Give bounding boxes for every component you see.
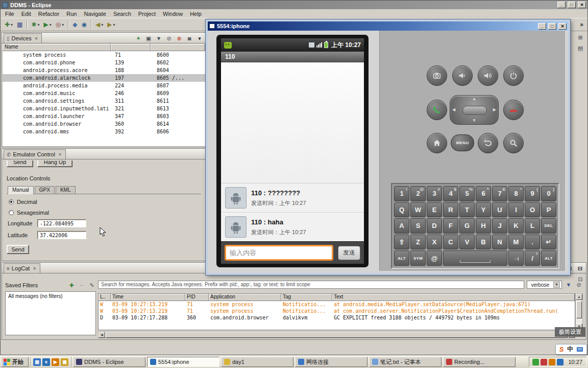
device-process-row-android-process-media[interactable]: android.process.media2248607: [3, 82, 205, 89]
key-p[interactable]: P: [541, 202, 556, 218]
restore-outline-view-icon[interactable]: ⊞: [576, 33, 584, 41]
search-icon[interactable]: ◉: [80, 19, 88, 30]
debug-process-icon[interactable]: ✶: [134, 34, 142, 42]
tab-logcat[interactable]: ≡ LogCat: [4, 263, 40, 273]
key-alt-right[interactable]: ALT: [541, 250, 556, 266]
vertical-scroll-thumb[interactable]: [576, 301, 582, 318]
logcat-row[interactable]: D03-09 10:27:17.288360com.android.browse…: [99, 314, 575, 321]
device-process-row-com-android-settings[interactable]: com.android.settings3118611: [3, 97, 205, 105]
device-process-row-com-android-inputmethod-lati[interactable]: com.android.inputmethod.lati3218613: [3, 105, 205, 112]
devices-column-pid[interactable]: [111, 44, 151, 51]
send-message-button[interactable]: 发送: [338, 246, 360, 260]
eclipse-title-bar[interactable]: DDMS - Eclipse _ □ ✕: [1, 1, 587, 9]
logcat-row[interactable]: W03-09 10:27:13.21971system_processNotif…: [99, 301, 575, 308]
screen-capture-icon[interactable]: ◙: [185, 34, 193, 42]
forward-icon[interactable]: ▶▾: [106, 19, 116, 30]
recorder-mini-settings-label[interactable]: 极简设置: [555, 327, 585, 337]
key-o[interactable]: O: [525, 202, 540, 218]
media-player-icon[interactable]: ▶: [52, 358, 59, 366]
emulator-title-bar[interactable]: 5554:iphone _ □ ✕: [208, 21, 568, 31]
logcat-horizontal-scrollbar[interactable]: [98, 331, 575, 338]
key-n[interactable]: N: [492, 235, 507, 250]
dpad[interactable]: ▲ ▼ ◀ ▶: [450, 95, 499, 125]
maximize-button[interactable]: □: [568, 2, 576, 8]
close-button[interactable]: ✕: [558, 23, 567, 30]
key-z[interactable]: Z: [410, 235, 426, 250]
key-m[interactable]: M: [508, 235, 524, 250]
key-t[interactable]: T: [459, 202, 475, 218]
close-button[interactable]: ✕: [578, 2, 586, 8]
external-tools-icon[interactable]: ◎▾: [54, 19, 66, 30]
saved-filters-list[interactable]: All messages (no filters): [5, 291, 96, 335]
key-q[interactable]: Q: [394, 202, 409, 218]
add-filter-icon[interactable]: ✚: [67, 281, 76, 289]
taskbar-item-ddms-eclipse[interactable]: DDMS - Eclipse: [73, 357, 145, 367]
key-g[interactable]: G: [459, 218, 475, 234]
key-period[interactable]: .: [525, 235, 540, 250]
message-item[interactable]: 110 : ????????发送时间：上午 10:27: [221, 183, 364, 212]
update-heap-icon[interactable]: ▣: [144, 34, 153, 42]
logcat-column-application[interactable]: Application: [209, 294, 281, 301]
ime-toolbar[interactable]: S 中: [555, 344, 587, 355]
key-f[interactable]: F: [443, 218, 458, 234]
taskbar-item-network-connections[interactable]: 网络连接: [295, 357, 368, 367]
debug-icon[interactable]: ✱▾: [30, 19, 41, 30]
dump-hprof-icon[interactable]: ▼: [155, 34, 163, 42]
call-button[interactable]: [427, 100, 447, 120]
ime-keyboard-icon[interactable]: [577, 347, 583, 352]
search-button[interactable]: [503, 133, 524, 153]
key-u[interactable]: U: [492, 202, 507, 218]
compose-input[interactable]: 输入内容: [225, 245, 333, 261]
key-3[interactable]: 3#: [427, 186, 442, 201]
dropdown-arrow-icon[interactable]: [553, 282, 560, 288]
tray-network-icon[interactable]: [557, 359, 564, 365]
start-button[interactable]: 开始: [1, 357, 29, 367]
sexagesimal-radio-row[interactable]: Sexagesimal: [7, 210, 201, 216]
tab-gpx[interactable]: GPX: [35, 186, 55, 194]
key-j[interactable]: J: [492, 218, 507, 234]
taskbar-item-recording[interactable]: Recording...: [443, 357, 516, 367]
close-tab-icon[interactable]: [33, 266, 36, 271]
menu-run[interactable]: Run: [63, 10, 80, 18]
logcat-column-pid[interactable]: PID: [185, 294, 209, 301]
camera-button[interactable]: [427, 65, 447, 86]
key-y[interactable]: Y: [476, 202, 491, 218]
taskbar-clock[interactable]: 10:27: [566, 359, 582, 365]
devices-column-name[interactable]: Name: [3, 44, 111, 51]
key-at[interactable]: @: [427, 250, 442, 266]
logcat-column-tag[interactable]: Tag: [281, 294, 332, 301]
tab-devices[interactable]: ▯ Devices: [4, 33, 42, 43]
volume-down-button[interactable]: [452, 65, 473, 86]
device-process-row-com-android-music[interactable]: com.android.music2468609: [3, 89, 205, 97]
devices-column-port[interactable]: [151, 44, 205, 51]
logcat-column-level[interactable]: L..: [99, 294, 111, 301]
key-9[interactable]: 9(: [525, 186, 540, 201]
key-h[interactable]: H: [476, 218, 491, 234]
key-shift[interactable]: ⇧: [394, 235, 409, 250]
key-0[interactable]: 0): [541, 186, 556, 201]
menu-help[interactable]: Help: [186, 10, 205, 18]
key-b[interactable]: B: [476, 235, 491, 250]
key-enter[interactable]: ↵: [541, 235, 556, 250]
power-button[interactable]: [503, 65, 524, 86]
key-a[interactable]: A: [394, 218, 409, 234]
key-del[interactable]: DEL: [541, 218, 556, 234]
stop-process-icon[interactable]: ⊗: [175, 34, 183, 42]
delete-filter-icon[interactable]: −: [78, 281, 86, 289]
key-7[interactable]: 7&: [492, 186, 507, 201]
new-java-class-icon[interactable]: ◆: [71, 19, 79, 30]
sexagesimal-radio[interactable]: [9, 210, 14, 215]
logcat-column-text[interactable]: Text: [332, 294, 575, 301]
run-icon[interactable]: ▶▾: [42, 19, 53, 30]
tab-kml[interactable]: KML: [56, 186, 76, 194]
decimal-radio-row[interactable]: Decimal: [7, 199, 201, 205]
gc-icon[interactable]: ⊘: [165, 34, 173, 42]
longitude-input[interactable]: -122.084095: [37, 219, 86, 227]
menu-button[interactable]: MENU: [451, 134, 474, 151]
minimize-button[interactable]: _: [557, 2, 566, 8]
taskbar-item-notepad[interactable]: 笔记.txt - 记事本: [369, 357, 442, 367]
tray-music-icon[interactable]: [541, 359, 547, 365]
key-sym[interactable]: SYM: [410, 250, 426, 266]
save-icon[interactable]: ▦: [15, 19, 24, 30]
key-c[interactable]: C: [443, 235, 458, 250]
